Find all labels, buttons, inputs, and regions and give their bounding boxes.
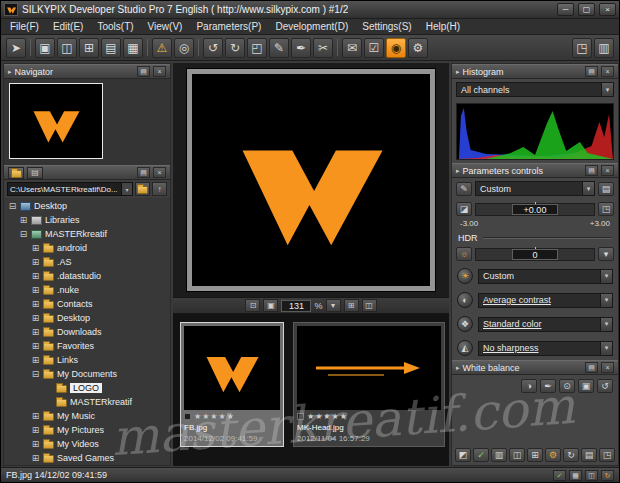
menu-help[interactable]: Help(H) xyxy=(419,19,467,34)
expander-icon[interactable]: ⊞ xyxy=(31,243,40,253)
settings-gear-icon[interactable]: ⚙ xyxy=(408,38,428,58)
chevron-down-icon[interactable]: ▾ xyxy=(601,83,613,96)
expander-icon[interactable]: ⊟ xyxy=(19,229,28,239)
panel-menu-icon[interactable]: ▤ xyxy=(585,165,598,176)
expander-icon[interactable]: ⊞ xyxy=(31,453,40,463)
menu-view[interactable]: View(V) xyxy=(141,19,190,34)
single-preview-icon[interactable]: ▣ xyxy=(35,38,55,58)
exposure-value[interactable]: +0.00 xyxy=(512,204,558,215)
channel-select[interactable]: All channels ▾ xyxy=(456,82,614,97)
tree-item[interactable]: ⊞My Pictures xyxy=(4,423,170,437)
menu-settings[interactable]: Settings(S) xyxy=(355,19,418,34)
loupe-icon[interactable]: ◎ xyxy=(174,38,194,58)
expander-icon[interactable]: ⊞ xyxy=(31,299,40,309)
refresh-icon[interactable]: ↻ xyxy=(563,448,579,462)
develop-accent-icon[interactable]: ◉ xyxy=(386,38,406,58)
panel-menu-icon[interactable]: ▤ xyxy=(137,167,150,178)
chevron-down-icon[interactable]: ▾ xyxy=(600,318,612,331)
tree-item[interactable]: ⊞Downloads xyxy=(4,325,170,339)
select-arrow-icon[interactable]: ➤ xyxy=(6,38,26,58)
chevron-down-icon[interactable]: ▾ xyxy=(582,182,594,195)
expander-icon[interactable]: ⊞ xyxy=(31,271,40,281)
tree-item[interactable]: ⊞Contacts xyxy=(4,297,170,311)
edit-preset-icon[interactable]: ✎ xyxy=(456,182,472,196)
rotate-left-icon[interactable]: ↺ xyxy=(203,38,223,58)
folder-tab-icon[interactable] xyxy=(8,167,24,179)
exposure-slider[interactable]: +0.00 xyxy=(475,203,595,216)
preview-canvas[interactable] xyxy=(187,69,435,291)
expander-icon[interactable]: ⊞ xyxy=(31,439,40,449)
quad-view-icon[interactable]: ⊞ xyxy=(79,38,99,58)
panel-close-icon[interactable]: × xyxy=(601,362,614,373)
hdr-value[interactable]: 0 xyxy=(512,249,558,260)
navigator-thumbnail[interactable] xyxy=(9,83,103,159)
expander-icon[interactable]: ⊞ xyxy=(31,313,40,323)
thumbnail-card[interactable]: ★★★★★ MK-Head.jpg 2012/11/04 16:57:29 xyxy=(293,322,445,447)
panel-arrow-icon[interactable]: ▸ xyxy=(456,167,460,175)
tree-item[interactable]: ⊟Desktop xyxy=(4,199,170,213)
minimize-button[interactable]: ─ xyxy=(557,3,574,16)
actual-size-icon[interactable]: ▣ xyxy=(263,299,278,312)
expander-icon[interactable]: ⊞ xyxy=(31,341,40,351)
panel-close-icon[interactable]: × xyxy=(153,167,166,178)
expander-icon[interactable]: ⊞ xyxy=(31,257,40,267)
status-check-icon[interactable]: ✓ xyxy=(553,470,566,481)
tree-item[interactable]: ⊞.nuke xyxy=(4,283,170,297)
scissors-icon[interactable]: ✂ xyxy=(313,38,333,58)
panes-icon[interactable]: ◫ xyxy=(509,448,525,462)
dropper-icon[interactable]: ✒ xyxy=(291,38,311,58)
expand-icon[interactable]: ◳ xyxy=(599,448,615,462)
tree-item[interactable]: ⊞My Videos xyxy=(4,437,170,451)
hdr-icon[interactable]: ☼ xyxy=(456,247,472,261)
maximize-button[interactable]: ▢ xyxy=(578,3,595,16)
status-panes-icon[interactable]: ◫ xyxy=(585,470,598,481)
wb-dropper-icon[interactable]: ✒ xyxy=(540,379,556,393)
wb-gray-point-icon[interactable]: ⊙ xyxy=(559,379,575,393)
preset-select[interactable]: Custom ▾ xyxy=(475,181,595,196)
panel-menu-icon[interactable]: ▤ xyxy=(585,66,598,77)
contrast-icon[interactable]: ◐ xyxy=(457,292,473,308)
panel-menu-icon[interactable]: ▤ xyxy=(585,362,598,373)
wb-settings-icon[interactable]: ▣ xyxy=(578,379,594,393)
sharpness-select[interactable]: No sharpness ▾ xyxy=(478,341,613,356)
wb-auto-icon[interactable]: ◑ xyxy=(521,379,537,393)
panel-close-icon[interactable]: × xyxy=(601,66,614,77)
color-select[interactable]: Standard color ▾ xyxy=(478,317,613,332)
expander-icon[interactable]: ⊞ xyxy=(31,355,40,365)
tree-item[interactable]: ⊞Favorites xyxy=(4,339,170,353)
rating-mark-icon[interactable] xyxy=(297,413,304,420)
tree-item[interactable]: ⊞.AS xyxy=(4,255,170,269)
exposure-bias-icon[interactable]: ◪ xyxy=(456,202,472,216)
grid-small-icon[interactable]: ▥ xyxy=(491,448,507,462)
warning-display-icon[interactable]: ⚠ xyxy=(152,38,172,58)
expander-icon[interactable]: ⊟ xyxy=(8,201,17,211)
close-button[interactable]: × xyxy=(599,3,616,16)
tree-item[interactable]: ⊞My Music xyxy=(4,409,170,423)
chevron-down-icon[interactable]: ▾ xyxy=(598,247,614,261)
star-rating[interactable]: ★★★★★ xyxy=(307,412,348,421)
list-icon[interactable]: ▤ xyxy=(581,448,597,462)
tree-item[interactable]: ⊞Saved Games xyxy=(4,451,170,465)
rotate-right-icon[interactable]: ↻ xyxy=(225,38,245,58)
panel-arrow-icon[interactable]: ▸ xyxy=(456,364,460,372)
expand-view-icon[interactable]: ◳ xyxy=(572,38,592,58)
tree-item[interactable]: ⊟MASTERkreatif xyxy=(4,227,170,241)
crop-icon[interactable]: ◰ xyxy=(247,38,267,58)
rating-mark-icon[interactable] xyxy=(184,413,191,420)
status-refresh-icon[interactable]: ↻ xyxy=(601,470,614,481)
star-rating[interactable]: ★★★★★ xyxy=(194,412,235,421)
panel-close-icon[interactable]: × xyxy=(601,165,614,176)
tree-item[interactable]: ⊞Desktop xyxy=(4,311,170,325)
compare-panes-icon[interactable]: ◫ xyxy=(362,299,377,312)
confirm-icon[interactable]: ✓ xyxy=(473,448,489,462)
grid-overlay-icon[interactable]: ⊞ xyxy=(344,299,359,312)
expander-icon[interactable]: ⊞ xyxy=(31,327,40,337)
tree-item-selected[interactable]: LOGO xyxy=(4,381,170,395)
taste-select[interactable]: Custom ▾ xyxy=(478,269,613,284)
preview-tab-icon[interactable]: ▤ xyxy=(27,167,43,179)
tree-item[interactable]: MASTERkreatif xyxy=(4,395,170,409)
menu-parameters[interactable]: Parameters(P) xyxy=(189,19,268,34)
tree-item[interactable]: ⊟My Documents xyxy=(4,367,170,381)
chevron-down-icon[interactable]: ▾ xyxy=(326,299,341,312)
status-grid-icon[interactable]: ▦ xyxy=(569,470,582,481)
